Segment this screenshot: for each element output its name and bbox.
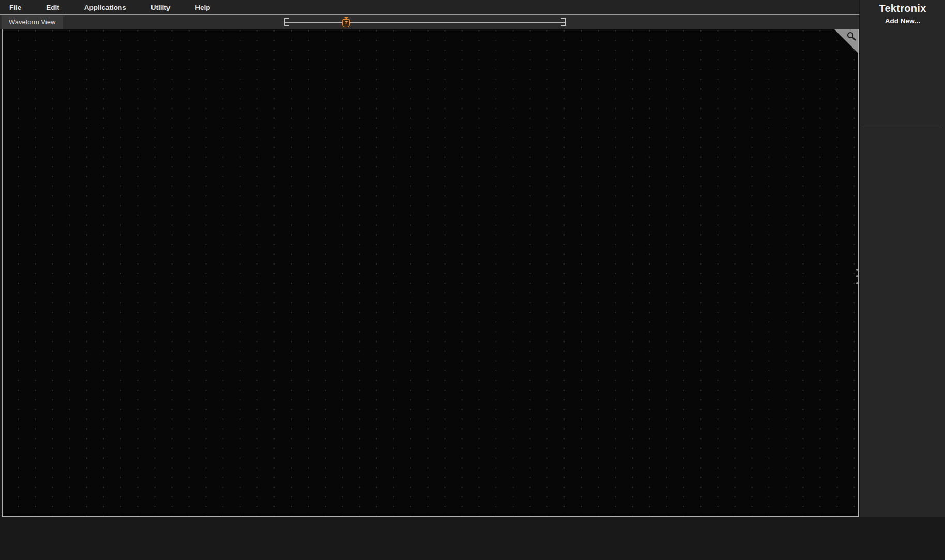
menu-item-utility[interactable]: Utility [139, 4, 183, 11]
magnifier-icon [846, 31, 857, 41]
overview-trigger-icon[interactable]: T [342, 17, 350, 27]
side-panel: Tektronix Add New... [860, 0, 945, 517]
menu-bar: FileEditApplicationsUtilityHelp [0, 0, 859, 15]
bottom-bar [0, 517, 945, 560]
oscilloscope-screen: FileEditApplicationsUtilityHelp Waveform… [0, 0, 945, 560]
side-divider [863, 128, 942, 128]
acquisition-overview-bar[interactable]: T [284, 18, 566, 26]
tab-bar: Waveform View T [0, 15, 859, 29]
panel-resize-handle[interactable] [856, 269, 859, 284]
tektronix-logo: Tektronix [860, 3, 945, 14]
overview-left-bracket[interactable] [284, 18, 289, 26]
tab-waveform-view[interactable]: Waveform View [2, 15, 63, 29]
menu-item-file[interactable]: File [0, 4, 34, 11]
menu-item-help[interactable]: Help [182, 4, 222, 11]
menu-item-edit[interactable]: Edit [34, 4, 72, 11]
overview-line [285, 22, 565, 23]
waveform-plot-area[interactable] [2, 29, 859, 517]
add-new-heading: Add New... [860, 17, 945, 25]
overview-right-bracket[interactable] [561, 18, 566, 26]
menu-item-applications[interactable]: Applications [72, 4, 139, 11]
